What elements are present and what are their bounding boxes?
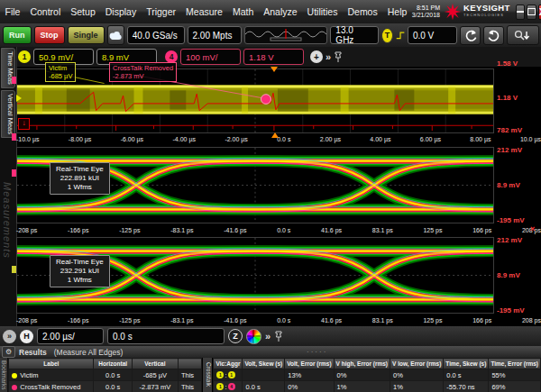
col-time-skew[interactable]: Time, Skew (s) xyxy=(444,359,489,369)
redo-button[interactable] xyxy=(483,26,504,45)
trigger-axis-marker[interactable] xyxy=(271,132,279,138)
axis-tick-label: 10.0 µs xyxy=(520,136,541,142)
victim-waveform-panel[interactable] xyxy=(16,68,494,133)
trigger-level-field[interactable]: 0.0 V xyxy=(408,26,457,44)
row-label: Victim xyxy=(20,371,38,379)
sample-rate-field[interactable]: 40.0 GSa/s xyxy=(127,26,185,44)
menu-display[interactable]: Display xyxy=(100,6,141,17)
menu-measure[interactable]: Measure xyxy=(181,6,228,17)
axis-tick-label: -83.1 ps xyxy=(170,317,193,324)
single-button[interactable]: Single xyxy=(68,26,105,44)
menu-utilities[interactable]: Utilities xyxy=(302,6,343,17)
col-vlow-error[interactable]: V low, Error (rms) xyxy=(390,359,444,369)
menu-file[interactable]: File xyxy=(0,6,25,17)
bookmarks-strip[interactable]: Bookmarks xyxy=(0,358,8,392)
results-title: Results xyxy=(19,348,47,357)
axis-tick-label: -10.0 µs xyxy=(16,136,39,142)
sidebar-expand-button[interactable]: » xyxy=(3,330,16,343)
col-vic-aggr[interactable]: Vic:Aggr xyxy=(214,359,243,369)
row-extra: This xyxy=(178,381,201,392)
channel-more-button[interactable]: » xyxy=(326,51,331,62)
col-label[interactable]: Label xyxy=(9,359,94,369)
touch-button[interactable] xyxy=(107,25,124,45)
trigger-edge-icon[interactable] xyxy=(396,29,405,41)
channel4-offset-field[interactable]: 1.18 V xyxy=(243,49,304,65)
menu-trigger[interactable]: Trigger xyxy=(142,6,181,17)
hbar-more-button[interactable]: » xyxy=(265,331,270,342)
menu-control[interactable]: Control xyxy=(25,6,66,17)
table-row[interactable]: Victim 0.0 s -685 µV This xyxy=(9,369,202,381)
eye1-scale-bottom: -195 mV xyxy=(497,216,540,224)
channel1-button[interactable]: 1 xyxy=(18,50,31,63)
col-extra[interactable] xyxy=(178,359,201,369)
axis-tick-label: 83.1 ps xyxy=(372,317,393,324)
col-volt-skew[interactable]: Volt, Skew (s) xyxy=(243,359,285,369)
trigger-time-marker[interactable] xyxy=(270,67,278,72)
results-settings-button[interactable]: ⚙ xyxy=(2,346,15,358)
axis-tick-label: -125 ps xyxy=(119,317,140,324)
eye2-scale-mid: 8.9 mV xyxy=(497,271,540,279)
menu-setup[interactable]: Setup xyxy=(66,6,100,17)
menu-demos[interactable]: Demos xyxy=(343,6,382,17)
channel4-button[interactable]: 4 xyxy=(165,50,178,63)
minimize-button[interactable] xyxy=(516,5,525,20)
eye1-wfms: 1 Wfms xyxy=(56,183,104,192)
col-horizontal[interactable]: Horizontal xyxy=(94,359,132,369)
acquisition-toolbar: Run Stop Single 40.0 GSa/s 2.00 Mpts 13.… xyxy=(0,23,541,47)
col-vertical[interactable]: Vertical xyxy=(132,359,178,369)
horizontal-position-widget[interactable] xyxy=(244,26,327,44)
col-volt-error[interactable]: Volt, Error (rms) xyxy=(285,359,334,369)
pin-icon[interactable] xyxy=(274,331,283,342)
pin-icon[interactable] xyxy=(334,51,343,63)
menu-analyze[interactable]: Analyze xyxy=(259,6,302,17)
victim-trace-label[interactable]: Victim -685 µV xyxy=(45,62,76,82)
results-header[interactable]: ⚙ Results (Measure All Edges) ····· xyxy=(0,346,541,358)
run-button[interactable]: Run xyxy=(3,26,32,44)
minimized-toolbox-button[interactable] xyxy=(507,25,539,45)
minimize-icon xyxy=(517,11,524,13)
drag-handle-icon[interactable]: ····· xyxy=(307,348,327,356)
crosstalk-trace-label[interactable]: CrossTalk Removed -2.873 mV xyxy=(109,62,177,82)
maximize-button[interactable] xyxy=(527,5,536,20)
channel4-scale-field[interactable]: 100 mV/ xyxy=(180,49,241,65)
axis-tick-label: 125 ps xyxy=(423,227,442,233)
axis-tick-label: 41.6 ps xyxy=(321,227,342,233)
col-time-error[interactable]: Time, Error (rms) xyxy=(489,359,541,369)
color-grade-button[interactable] xyxy=(246,329,261,344)
axis-tick-label: -41.6 ps xyxy=(224,317,246,324)
undo-button[interactable] xyxy=(460,26,481,45)
table-row[interactable]: 1:4 0.0 s 0% 1% 1% -55.70 ns 69% xyxy=(214,381,541,392)
bandwidth-field[interactable]: 13.0 GHz xyxy=(330,26,379,44)
eye1-label[interactable]: Real-Time Eye 222.891 kUI 1 Wfms xyxy=(50,162,110,195)
horizontal-button[interactable]: H xyxy=(20,330,33,343)
menu-math[interactable]: Math xyxy=(227,6,258,17)
col-vhigh-error[interactable]: V high, Error (rms) xyxy=(334,359,390,369)
cell-vlow-error: 1% xyxy=(390,381,444,392)
table-row[interactable]: CrossTalk Removed 0.0 s -2.873 mV This xyxy=(9,381,202,392)
axis-tick-label: 6.00 µs xyxy=(420,136,441,142)
tab-vertical-meas[interactable]: Vertical Meas xyxy=(1,90,15,138)
axis-tick-label: -166 ps xyxy=(68,227,88,233)
zoom-button[interactable]: Z xyxy=(228,329,243,343)
timebase-field[interactable]: 2.00 µs/ xyxy=(37,328,104,344)
cell-time-skew: 0.0 s xyxy=(444,369,489,381)
eye2-title: Real-Time Eye xyxy=(56,258,104,267)
channel1-ground-marker[interactable] xyxy=(16,95,22,102)
axis-tick-label: -41.6 ps xyxy=(224,227,246,233)
menu-help[interactable]: Help xyxy=(382,6,412,17)
eye2-label[interactable]: Real-Time Eye 232.291 kUI 1 Wfms xyxy=(50,255,110,287)
memory-depth-field[interactable]: 2.00 Mpts xyxy=(188,26,243,44)
horizontal-position-field[interactable]: 0.0 s xyxy=(107,328,225,344)
trigger-level-marker[interactable]: ↓ xyxy=(18,118,30,130)
brand-subname: TECHNOLOGIES xyxy=(463,12,510,19)
table-row[interactable]: 1:1 13% 0% 0% 0.0 s 55% xyxy=(214,369,541,381)
measurement-sidebar: Time Meas Vertical Meas Measurements xyxy=(0,47,17,326)
victim-label-value: -685 µV xyxy=(49,72,72,80)
crosstalk-marker[interactable] xyxy=(261,95,270,105)
cell-volt-skew xyxy=(243,369,285,381)
eye1-close-button[interactable]: × xyxy=(530,224,535,233)
add-channel-button[interactable]: + xyxy=(310,50,323,63)
trigger-source-button[interactable]: T xyxy=(381,28,393,43)
magnifier-icon xyxy=(513,29,533,41)
stop-button[interactable]: Stop xyxy=(34,26,65,44)
